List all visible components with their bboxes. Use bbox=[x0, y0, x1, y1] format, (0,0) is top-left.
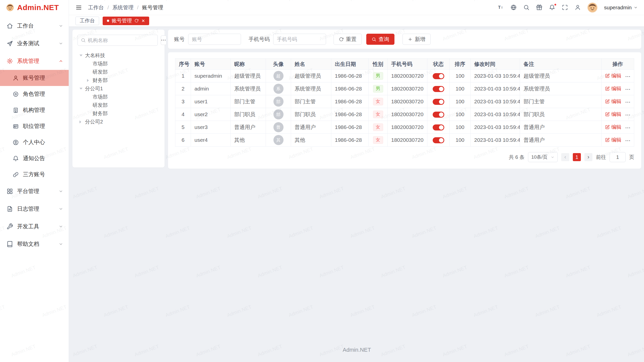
tree-node[interactable]: 市场部 bbox=[77, 60, 159, 68]
refresh-icon[interactable] bbox=[134, 19, 139, 23]
org-search-input[interactable] bbox=[88, 37, 154, 43]
tree-node[interactable]: 财务部 bbox=[77, 76, 159, 84]
cell-phone: 18020030720 bbox=[391, 99, 423, 104]
tree-more-button[interactable]: ··· bbox=[161, 35, 167, 45]
language-icon[interactable] bbox=[510, 4, 517, 11]
cell-remark: 超级管理员 bbox=[524, 73, 550, 79]
sidebar-item-dev-tools[interactable]: 开发工具 bbox=[0, 218, 69, 235]
more-actions-button[interactable]: ··· bbox=[625, 138, 631, 143]
tree-node-label: 市场部 bbox=[93, 94, 108, 100]
more-actions-button[interactable]: ··· bbox=[625, 87, 631, 92]
more-actions-button[interactable]: ··· bbox=[625, 113, 631, 118]
status-toggle[interactable] bbox=[433, 112, 444, 118]
tree-node[interactable]: 研发部 bbox=[77, 101, 159, 109]
edit-icon bbox=[605, 112, 610, 117]
search-button[interactable]: 查询 bbox=[366, 34, 394, 45]
sidebar-item-business-test[interactable]: 业务测试 bbox=[0, 35, 69, 52]
edit-button[interactable]: 编辑 bbox=[605, 111, 621, 118]
column-header: 昵称 bbox=[231, 59, 266, 70]
breadcrumb-item[interactable]: 工作台 bbox=[88, 4, 104, 11]
tree-node-label: 财务部 bbox=[93, 110, 108, 117]
goto-page-input[interactable] bbox=[610, 152, 626, 162]
fullscreen-icon[interactable] bbox=[562, 4, 568, 11]
search-icon[interactable] bbox=[523, 4, 530, 11]
sidebar-item-help-docs[interactable]: 帮助文档 bbox=[0, 235, 69, 253]
sidebar-item-account-manage[interactable]: 账号管理 bbox=[0, 70, 69, 86]
avatar[interactable] bbox=[587, 3, 597, 13]
tree-node[interactable]: 分公司1 bbox=[77, 84, 159, 93]
phone-filter-input[interactable] bbox=[273, 34, 326, 45]
sidebar-item-third-account[interactable]: 三方账号 bbox=[0, 166, 69, 183]
add-button[interactable]: 新增 bbox=[403, 34, 431, 45]
sidebar-item-role-manage[interactable]: 角色管理 bbox=[0, 86, 69, 102]
edit-button[interactable]: 编辑 bbox=[605, 85, 621, 92]
plus-icon bbox=[408, 37, 413, 42]
status-toggle[interactable] bbox=[433, 99, 444, 105]
edit-button[interactable]: 编辑 bbox=[605, 124, 621, 130]
gift-icon[interactable] bbox=[536, 4, 542, 11]
cell-birth-date: 1986-06-28 bbox=[335, 137, 362, 143]
sidebar-item-label: 职位管理 bbox=[23, 122, 45, 130]
sidebar-item-position-manage[interactable]: 职位管理 bbox=[0, 118, 69, 134]
status-toggle[interactable] bbox=[433, 124, 444, 130]
tab-account-manage[interactable]: 账号管理× bbox=[103, 17, 149, 25]
page-size-select[interactable]: 10条/页 bbox=[528, 152, 558, 162]
more-actions-button[interactable]: ··· bbox=[625, 125, 631, 130]
tree-node-label: 分公司1 bbox=[85, 85, 103, 92]
user-setting-icon[interactable] bbox=[575, 4, 581, 11]
caret-down-icon[interactable] bbox=[79, 88, 85, 89]
sidebar-item-platform-manage[interactable]: 平台管理 bbox=[0, 183, 69, 200]
table-card: 序号账号昵称头像姓名出生日期性别手机号码状态排序修改时间备注操作 1supera… bbox=[168, 52, 641, 169]
tree-node[interactable]: 市场部 bbox=[77, 93, 159, 101]
cell-birth-date: 1986-06-28 bbox=[335, 124, 362, 130]
reset-button[interactable]: 重置 bbox=[334, 34, 362, 45]
reset-button-label: 重置 bbox=[346, 36, 356, 43]
next-page-button[interactable]: › bbox=[584, 153, 592, 161]
edit-button[interactable]: 编辑 bbox=[605, 72, 621, 79]
cell-modified-time: 2023-01-03 10:59:44 bbox=[474, 124, 520, 130]
more-actions-button[interactable]: ··· bbox=[625, 100, 631, 105]
edit-button-label: 编辑 bbox=[611, 137, 621, 143]
column-header: 状态 bbox=[427, 59, 450, 70]
tree-node[interactable]: 分公司2 bbox=[77, 118, 159, 126]
avatar-image bbox=[587, 3, 597, 13]
caret-right-icon[interactable] bbox=[87, 79, 93, 82]
more-actions-button[interactable]: ··· bbox=[625, 74, 631, 79]
user-menu[interactable]: superadmin bbox=[604, 5, 638, 11]
tree-node[interactable]: 大名科技 bbox=[77, 51, 159, 60]
sidebar-item-workbench[interactable]: 工作台 bbox=[0, 17, 69, 35]
tab-workbench[interactable]: 工作台 bbox=[75, 17, 99, 25]
sidebar-item-system-manage[interactable]: 系统管理 bbox=[0, 52, 69, 70]
edit-button[interactable]: 编辑 bbox=[605, 98, 621, 105]
cell-phone: 18020030720 bbox=[391, 124, 423, 130]
cell-modified-time: 2023-01-03 10:59:44 bbox=[474, 86, 520, 92]
logo[interactable]: Admin.NET bbox=[0, 0, 69, 15]
user-icon bbox=[13, 75, 19, 81]
status-toggle[interactable] bbox=[433, 86, 444, 92]
status-toggle[interactable] bbox=[433, 73, 444, 79]
font-size-icon[interactable] bbox=[498, 4, 504, 11]
column-header: 序号 bbox=[175, 59, 191, 70]
sidebar-item-org-manage[interactable]: 机构管理 bbox=[0, 102, 69, 118]
breadcrumb-item[interactable]: 系统管理 bbox=[112, 4, 134, 11]
tree-node[interactable]: 财务部 bbox=[77, 109, 159, 118]
sidebar-item-notice-announce[interactable]: 通知公告 bbox=[0, 150, 69, 166]
sidebar-item-personal-center[interactable]: 个人中心 bbox=[0, 134, 69, 150]
gender-badge: 女 bbox=[373, 123, 383, 131]
cell-name: 部门主管 bbox=[295, 99, 316, 104]
page-button-1[interactable]: 1 bbox=[573, 153, 581, 161]
tree-node[interactable]: 研发部 bbox=[77, 68, 159, 76]
notification-icon[interactable] bbox=[549, 4, 555, 11]
sidebar-item-label: 业务测试 bbox=[17, 40, 55, 47]
caret-down-icon[interactable] bbox=[79, 55, 85, 56]
account-filter-input[interactable] bbox=[188, 34, 241, 45]
search-icon bbox=[372, 37, 376, 42]
sidebar-item-log-manage[interactable]: 日志管理 bbox=[0, 200, 69, 218]
cell-account: admin bbox=[194, 86, 209, 92]
status-toggle[interactable] bbox=[433, 137, 444, 143]
edit-button[interactable]: 编辑 bbox=[605, 137, 621, 143]
caret-right-icon[interactable] bbox=[79, 120, 85, 123]
menu-collapse-icon[interactable] bbox=[75, 4, 82, 11]
close-icon[interactable]: × bbox=[142, 18, 145, 24]
prev-page-button[interactable]: ‹ bbox=[561, 153, 569, 161]
